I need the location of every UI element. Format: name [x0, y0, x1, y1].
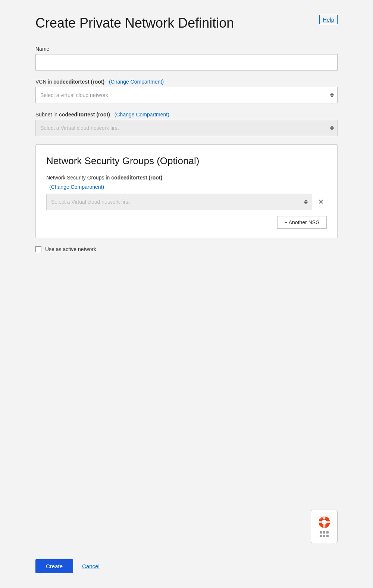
nsg-section-title: Network Security Groups (Optional) [46, 155, 327, 167]
dot-6 [326, 535, 329, 537]
vcn-change-compartment-link[interactable]: (Change Compartment) [109, 79, 164, 85]
nsg-compartment-name: codeeditortest (root) [111, 175, 162, 181]
vcn-select[interactable]: Select a virtual cloud network [35, 87, 338, 103]
dot-4 [320, 535, 322, 537]
help-widget-dots [320, 531, 329, 537]
vcn-compartment-name: codeeditortest (root) [53, 79, 104, 85]
vcn-select-wrapper: Select a virtual cloud network [35, 87, 338, 103]
name-section: Name [35, 46, 338, 71]
help-link[interactable]: Help [319, 15, 338, 24]
active-network-label: Use as active network [45, 246, 96, 252]
nsg-label-prefix: Network Security Groups in [46, 175, 111, 181]
nsg-label: Network Security Groups in codeeditortes… [46, 175, 162, 181]
subnet-label: Subnet in codeeditortest (root) (Change … [35, 112, 338, 118]
footer-actions: Create Cancel [35, 559, 100, 573]
nsg-close-button[interactable]: ✕ [315, 197, 327, 207]
subnet-label-prefix: Subnet in [35, 112, 59, 118]
vcn-section: VCN in codeeditortest (root) (Change Com… [35, 79, 338, 103]
help-widget-icon: 🛟 [318, 516, 331, 528]
vcn-label: VCN in codeeditortest (root) (Change Com… [35, 79, 338, 85]
vcn-label-prefix: VCN in [35, 79, 53, 85]
nsg-select-wrapper: Select a Virtual cloud network first [46, 194, 311, 210]
page-title: Create Private Network Definition [35, 15, 234, 31]
nsg-card: Network Security Groups (Optional) Netwo… [35, 144, 338, 238]
help-widget[interactable]: 🛟 [311, 510, 338, 543]
dot-2 [323, 531, 325, 534]
subnet-select[interactable]: Select a Virtual cloud network first [35, 120, 338, 136]
active-network-checkbox[interactable] [35, 246, 41, 252]
dot-3 [326, 531, 329, 534]
name-label: Name [35, 46, 338, 52]
nsg-change-compartment-link[interactable]: (Change Compartment) [49, 184, 327, 190]
cancel-button[interactable]: Cancel [82, 563, 100, 569]
page-header: Create Private Network Definition Help [35, 15, 338, 31]
subnet-section: Subnet in codeeditortest (root) (Change … [35, 112, 338, 136]
nsg-select[interactable]: Select a Virtual cloud network first [46, 194, 311, 210]
subnet-select-wrapper: Select a Virtual cloud network first [35, 120, 338, 136]
subnet-change-compartment-link[interactable]: (Change Compartment) [115, 112, 169, 118]
page-container: Create Private Network Definition Help N… [19, 0, 354, 588]
active-network-row: Use as active network [35, 246, 338, 252]
dot-5 [323, 535, 325, 537]
create-button[interactable]: Create [35, 559, 73, 573]
subnet-compartment-name: codeeditortest (root) [59, 112, 110, 118]
another-nsg-button[interactable]: + Another NSG [277, 216, 327, 229]
nsg-label-row: Network Security Groups in codeeditortes… [46, 174, 327, 181]
name-input[interactable] [35, 54, 338, 71]
nsg-select-row: Select a Virtual cloud network first ✕ [46, 194, 327, 210]
dot-1 [320, 531, 322, 534]
